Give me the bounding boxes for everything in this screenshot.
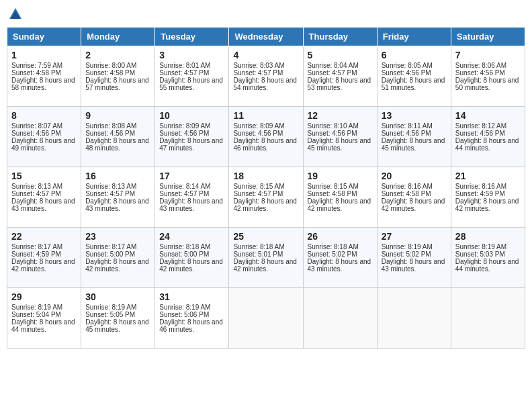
day-number: 3 bbox=[159, 50, 224, 60]
sunset-label: Sunset: 5:06 PM bbox=[159, 311, 209, 318]
calendar-cell: 3 Sunrise: 8:01 AM Sunset: 4:57 PM Dayli… bbox=[155, 46, 229, 107]
daylight-label: Daylight: 8 hours and 43 minutes. bbox=[382, 258, 445, 273]
sunrise-label: Sunrise: 8:19 AM bbox=[11, 304, 62, 311]
daylight-label: Daylight: 8 hours and 50 minutes. bbox=[455, 77, 519, 91]
day-number: 2 bbox=[85, 50, 150, 60]
calendar-cell: 16 Sunrise: 8:13 AM Sunset: 4:57 PM Dayl… bbox=[81, 167, 155, 228]
day-number: 24 bbox=[159, 231, 224, 242]
calendar-cell: 30 Sunrise: 8:19 AM Sunset: 5:05 PM Dayl… bbox=[81, 288, 155, 349]
sunrise-label: Sunrise: 8:15 AM bbox=[308, 183, 359, 190]
sunset-label: Sunset: 4:57 PM bbox=[233, 190, 283, 197]
sunrise-label: Sunrise: 8:18 AM bbox=[233, 243, 284, 250]
sunrise-label: Sunrise: 8:06 AM bbox=[455, 62, 506, 69]
column-header-thursday: Thursday bbox=[303, 28, 377, 46]
calendar-cell: 31 Sunrise: 8:19 AM Sunset: 5:06 PM Dayl… bbox=[155, 288, 229, 349]
day-number: 5 bbox=[308, 50, 373, 60]
sunrise-label: Sunrise: 8:13 AM bbox=[11, 183, 62, 190]
daylight-label: Daylight: 8 hours and 46 minutes. bbox=[233, 137, 297, 152]
sunset-label: Sunset: 5:02 PM bbox=[382, 250, 431, 258]
sunrise-label: Sunrise: 8:19 AM bbox=[159, 304, 210, 311]
day-number: 10 bbox=[159, 110, 224, 121]
calendar-cell: 18 Sunrise: 8:15 AM Sunset: 4:57 PM Dayl… bbox=[229, 167, 303, 228]
sunset-label: Sunset: 4:56 PM bbox=[455, 130, 505, 137]
column-header-tuesday: Tuesday bbox=[155, 28, 229, 46]
calendar-cell bbox=[377, 288, 451, 349]
daylight-label: Daylight: 8 hours and 42 minutes. bbox=[159, 258, 223, 273]
daylight-label: Daylight: 8 hours and 42 minutes. bbox=[11, 258, 75, 273]
calendar-cell: 27 Sunrise: 8:19 AM Sunset: 5:02 PM Dayl… bbox=[377, 228, 451, 288]
calendar-cell: 10 Sunrise: 8:09 AM Sunset: 4:56 PM Dayl… bbox=[155, 107, 229, 167]
column-header-saturday: Saturday bbox=[451, 28, 525, 46]
sunrise-label: Sunrise: 7:59 AM bbox=[11, 62, 62, 69]
day-number: 25 bbox=[233, 231, 298, 242]
sunset-label: Sunset: 4:58 PM bbox=[11, 69, 61, 77]
sunset-label: Sunset: 4:56 PM bbox=[233, 130, 283, 137]
daylight-label: Daylight: 8 hours and 43 minutes. bbox=[308, 258, 371, 273]
calendar-cell bbox=[303, 288, 377, 349]
sunrise-label: Sunrise: 8:11 AM bbox=[382, 122, 433, 130]
daylight-label: Daylight: 8 hours and 45 minutes. bbox=[308, 137, 371, 152]
daylight-label: Daylight: 8 hours and 45 minutes. bbox=[85, 318, 149, 333]
day-number: 27 bbox=[382, 231, 447, 242]
calendar-cell: 2 Sunrise: 8:00 AM Sunset: 4:58 PM Dayli… bbox=[81, 46, 155, 107]
sunrise-label: Sunrise: 8:18 AM bbox=[159, 243, 210, 250]
calendar-week-2: 8 Sunrise: 8:07 AM Sunset: 4:56 PM Dayli… bbox=[7, 107, 525, 167]
daylight-label: Daylight: 8 hours and 44 minutes. bbox=[11, 318, 75, 333]
daylight-label: Daylight: 8 hours and 43 minutes. bbox=[159, 197, 223, 212]
sunrise-label: Sunrise: 8:05 AM bbox=[382, 62, 433, 69]
sunrise-label: Sunrise: 8:13 AM bbox=[85, 183, 136, 190]
sunset-label: Sunset: 4:59 PM bbox=[11, 250, 61, 258]
column-header-wednesday: Wednesday bbox=[229, 28, 303, 46]
calendar-cell: 13 Sunrise: 8:11 AM Sunset: 4:56 PM Dayl… bbox=[377, 107, 451, 167]
calendar: SundayMondayTuesdayWednesdayThursdayFrid… bbox=[7, 27, 525, 349]
day-number: 4 bbox=[233, 50, 298, 60]
sunset-label: Sunset: 4:56 PM bbox=[455, 69, 505, 77]
sunset-label: Sunset: 5:00 PM bbox=[85, 250, 135, 258]
daylight-label: Daylight: 8 hours and 42 minutes. bbox=[455, 197, 519, 212]
day-number: 8 bbox=[11, 110, 77, 121]
daylight-label: Daylight: 8 hours and 42 minutes. bbox=[233, 258, 297, 273]
sunrise-label: Sunrise: 8:07 AM bbox=[11, 122, 62, 130]
calendar-cell: 15 Sunrise: 8:13 AM Sunset: 4:57 PM Dayl… bbox=[7, 167, 81, 228]
sunset-label: Sunset: 4:58 PM bbox=[85, 69, 135, 77]
daylight-label: Daylight: 8 hours and 47 minutes. bbox=[159, 137, 223, 152]
calendar-cell: 17 Sunrise: 8:14 AM Sunset: 4:57 PM Dayl… bbox=[155, 167, 229, 228]
sunset-label: Sunset: 5:03 PM bbox=[455, 250, 505, 258]
calendar-cell: 1 Sunrise: 7:59 AM Sunset: 4:58 PM Dayli… bbox=[7, 46, 81, 107]
day-number: 30 bbox=[85, 291, 150, 302]
calendar-cell: 21 Sunrise: 8:16 AM Sunset: 4:59 PM Dayl… bbox=[451, 167, 525, 228]
sunrise-label: Sunrise: 8:16 AM bbox=[382, 183, 433, 190]
daylight-label: Daylight: 8 hours and 42 minutes. bbox=[233, 197, 297, 212]
calendar-header-row: SundayMondayTuesdayWednesdayThursdayFrid… bbox=[7, 28, 525, 46]
daylight-label: Daylight: 8 hours and 53 minutes. bbox=[308, 77, 371, 91]
daylight-label: Daylight: 8 hours and 42 minutes. bbox=[382, 197, 445, 212]
sunset-label: Sunset: 5:04 PM bbox=[11, 311, 61, 318]
sunset-label: Sunset: 4:56 PM bbox=[382, 69, 431, 77]
day-number: 11 bbox=[233, 110, 298, 121]
day-number: 7 bbox=[455, 50, 521, 60]
page-header bbox=[7, 7, 525, 21]
sunset-label: Sunset: 4:59 PM bbox=[455, 190, 505, 197]
calendar-cell: 25 Sunrise: 8:18 AM Sunset: 5:01 PM Dayl… bbox=[229, 228, 303, 288]
day-number: 28 bbox=[455, 231, 521, 242]
sunset-label: Sunset: 4:57 PM bbox=[159, 190, 209, 197]
sunrise-label: Sunrise: 8:03 AM bbox=[233, 62, 284, 69]
sunrise-label: Sunrise: 8:08 AM bbox=[85, 122, 136, 130]
day-number: 12 bbox=[308, 110, 373, 121]
sunset-label: Sunset: 4:56 PM bbox=[159, 130, 209, 137]
calendar-cell: 8 Sunrise: 8:07 AM Sunset: 4:56 PM Dayli… bbox=[7, 107, 81, 167]
daylight-label: Daylight: 8 hours and 43 minutes. bbox=[11, 197, 75, 212]
calendar-body: 1 Sunrise: 7:59 AM Sunset: 4:58 PM Dayli… bbox=[7, 46, 525, 349]
daylight-label: Daylight: 8 hours and 48 minutes. bbox=[85, 137, 149, 152]
calendar-week-4: 22 Sunrise: 8:17 AM Sunset: 4:59 PM Dayl… bbox=[7, 228, 525, 288]
calendar-week-5: 29 Sunrise: 8:19 AM Sunset: 5:04 PM Dayl… bbox=[7, 288, 525, 349]
daylight-label: Daylight: 8 hours and 42 minutes. bbox=[85, 258, 149, 273]
sunrise-label: Sunrise: 8:01 AM bbox=[159, 62, 210, 69]
daylight-label: Daylight: 8 hours and 49 minutes. bbox=[11, 137, 75, 152]
sunrise-label: Sunrise: 8:12 AM bbox=[455, 122, 506, 130]
day-number: 13 bbox=[382, 110, 447, 121]
day-number: 1 bbox=[11, 50, 77, 60]
sunset-label: Sunset: 5:02 PM bbox=[308, 250, 357, 258]
daylight-label: Daylight: 8 hours and 45 minutes. bbox=[382, 137, 445, 152]
sunrise-label: Sunrise: 8:19 AM bbox=[382, 243, 433, 250]
